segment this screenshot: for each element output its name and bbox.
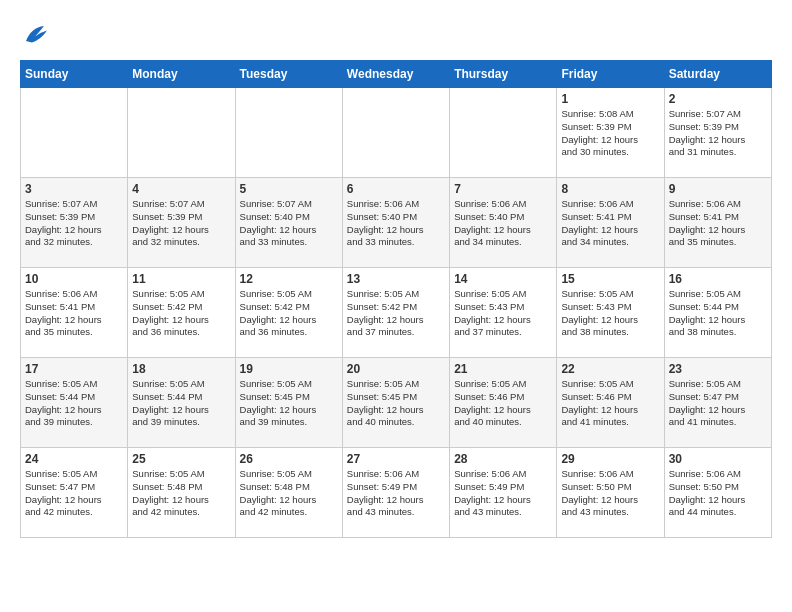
day-number: 18	[132, 362, 230, 376]
day-info: Sunrise: 5:06 AM Sunset: 5:41 PM Dayligh…	[25, 288, 123, 339]
calendar-cell	[128, 88, 235, 178]
day-number: 25	[132, 452, 230, 466]
day-info: Sunrise: 5:06 AM Sunset: 5:49 PM Dayligh…	[347, 468, 445, 519]
day-number: 2	[669, 92, 767, 106]
day-info: Sunrise: 5:06 AM Sunset: 5:50 PM Dayligh…	[669, 468, 767, 519]
day-info: Sunrise: 5:05 AM Sunset: 5:44 PM Dayligh…	[669, 288, 767, 339]
calendar-cell: 24Sunrise: 5:05 AM Sunset: 5:47 PM Dayli…	[21, 448, 128, 538]
calendar-cell: 4Sunrise: 5:07 AM Sunset: 5:39 PM Daylig…	[128, 178, 235, 268]
day-info: Sunrise: 5:05 AM Sunset: 5:47 PM Dayligh…	[25, 468, 123, 519]
day-info: Sunrise: 5:07 AM Sunset: 5:39 PM Dayligh…	[132, 198, 230, 249]
day-number: 10	[25, 272, 123, 286]
logo	[20, 20, 54, 50]
logo-icon	[20, 20, 50, 50]
calendar-cell	[450, 88, 557, 178]
day-info: Sunrise: 5:05 AM Sunset: 5:46 PM Dayligh…	[454, 378, 552, 429]
day-number: 23	[669, 362, 767, 376]
day-number: 14	[454, 272, 552, 286]
calendar-cell: 23Sunrise: 5:05 AM Sunset: 5:47 PM Dayli…	[664, 358, 771, 448]
calendar-cell: 12Sunrise: 5:05 AM Sunset: 5:42 PM Dayli…	[235, 268, 342, 358]
calendar-cell: 18Sunrise: 5:05 AM Sunset: 5:44 PM Dayli…	[128, 358, 235, 448]
day-number: 7	[454, 182, 552, 196]
day-number: 3	[25, 182, 123, 196]
day-info: Sunrise: 5:07 AM Sunset: 5:40 PM Dayligh…	[240, 198, 338, 249]
calendar-cell: 16Sunrise: 5:05 AM Sunset: 5:44 PM Dayli…	[664, 268, 771, 358]
day-info: Sunrise: 5:05 AM Sunset: 5:42 PM Dayligh…	[132, 288, 230, 339]
day-number: 15	[561, 272, 659, 286]
header-sunday: Sunday	[21, 61, 128, 88]
calendar-cell: 27Sunrise: 5:06 AM Sunset: 5:49 PM Dayli…	[342, 448, 449, 538]
day-info: Sunrise: 5:06 AM Sunset: 5:50 PM Dayligh…	[561, 468, 659, 519]
day-number: 12	[240, 272, 338, 286]
calendar-cell: 3Sunrise: 5:07 AM Sunset: 5:39 PM Daylig…	[21, 178, 128, 268]
day-number: 17	[25, 362, 123, 376]
day-number: 21	[454, 362, 552, 376]
calendar-cell	[235, 88, 342, 178]
calendar-week-4: 17Sunrise: 5:05 AM Sunset: 5:44 PM Dayli…	[21, 358, 772, 448]
calendar-cell: 8Sunrise: 5:06 AM Sunset: 5:41 PM Daylig…	[557, 178, 664, 268]
calendar-cell: 20Sunrise: 5:05 AM Sunset: 5:45 PM Dayli…	[342, 358, 449, 448]
calendar-cell: 17Sunrise: 5:05 AM Sunset: 5:44 PM Dayli…	[21, 358, 128, 448]
header-saturday: Saturday	[664, 61, 771, 88]
day-number: 28	[454, 452, 552, 466]
calendar-cell: 10Sunrise: 5:06 AM Sunset: 5:41 PM Dayli…	[21, 268, 128, 358]
calendar-cell: 7Sunrise: 5:06 AM Sunset: 5:40 PM Daylig…	[450, 178, 557, 268]
day-number: 13	[347, 272, 445, 286]
calendar-cell: 5Sunrise: 5:07 AM Sunset: 5:40 PM Daylig…	[235, 178, 342, 268]
calendar-cell: 26Sunrise: 5:05 AM Sunset: 5:48 PM Dayli…	[235, 448, 342, 538]
calendar-week-3: 10Sunrise: 5:06 AM Sunset: 5:41 PM Dayli…	[21, 268, 772, 358]
day-info: Sunrise: 5:05 AM Sunset: 5:48 PM Dayligh…	[240, 468, 338, 519]
day-info: Sunrise: 5:05 AM Sunset: 5:45 PM Dayligh…	[240, 378, 338, 429]
calendar-cell	[342, 88, 449, 178]
day-number: 9	[669, 182, 767, 196]
day-info: Sunrise: 5:05 AM Sunset: 5:44 PM Dayligh…	[25, 378, 123, 429]
day-info: Sunrise: 5:05 AM Sunset: 5:43 PM Dayligh…	[454, 288, 552, 339]
calendar-week-1: 1Sunrise: 5:08 AM Sunset: 5:39 PM Daylig…	[21, 88, 772, 178]
day-number: 20	[347, 362, 445, 376]
day-info: Sunrise: 5:05 AM Sunset: 5:47 PM Dayligh…	[669, 378, 767, 429]
header-thursday: Thursday	[450, 61, 557, 88]
day-number: 8	[561, 182, 659, 196]
day-number: 5	[240, 182, 338, 196]
day-number: 30	[669, 452, 767, 466]
day-info: Sunrise: 5:06 AM Sunset: 5:41 PM Dayligh…	[561, 198, 659, 249]
calendar-cell: 6Sunrise: 5:06 AM Sunset: 5:40 PM Daylig…	[342, 178, 449, 268]
calendar-week-2: 3Sunrise: 5:07 AM Sunset: 5:39 PM Daylig…	[21, 178, 772, 268]
day-number: 29	[561, 452, 659, 466]
day-info: Sunrise: 5:06 AM Sunset: 5:49 PM Dayligh…	[454, 468, 552, 519]
day-info: Sunrise: 5:05 AM Sunset: 5:48 PM Dayligh…	[132, 468, 230, 519]
day-info: Sunrise: 5:06 AM Sunset: 5:40 PM Dayligh…	[347, 198, 445, 249]
header-friday: Friday	[557, 61, 664, 88]
calendar-cell: 19Sunrise: 5:05 AM Sunset: 5:45 PM Dayli…	[235, 358, 342, 448]
day-number: 1	[561, 92, 659, 106]
day-info: Sunrise: 5:08 AM Sunset: 5:39 PM Dayligh…	[561, 108, 659, 159]
day-number: 19	[240, 362, 338, 376]
calendar-cell: 13Sunrise: 5:05 AM Sunset: 5:42 PM Dayli…	[342, 268, 449, 358]
calendar-table: SundayMondayTuesdayWednesdayThursdayFrid…	[20, 60, 772, 538]
day-number: 22	[561, 362, 659, 376]
header-tuesday: Tuesday	[235, 61, 342, 88]
day-number: 6	[347, 182, 445, 196]
calendar-cell	[21, 88, 128, 178]
page-header	[20, 20, 772, 50]
day-number: 24	[25, 452, 123, 466]
calendar-cell: 14Sunrise: 5:05 AM Sunset: 5:43 PM Dayli…	[450, 268, 557, 358]
calendar-cell: 25Sunrise: 5:05 AM Sunset: 5:48 PM Dayli…	[128, 448, 235, 538]
day-number: 16	[669, 272, 767, 286]
day-info: Sunrise: 5:07 AM Sunset: 5:39 PM Dayligh…	[25, 198, 123, 249]
day-info: Sunrise: 5:05 AM Sunset: 5:43 PM Dayligh…	[561, 288, 659, 339]
calendar-cell: 1Sunrise: 5:08 AM Sunset: 5:39 PM Daylig…	[557, 88, 664, 178]
day-info: Sunrise: 5:07 AM Sunset: 5:39 PM Dayligh…	[669, 108, 767, 159]
day-info: Sunrise: 5:05 AM Sunset: 5:45 PM Dayligh…	[347, 378, 445, 429]
day-info: Sunrise: 5:06 AM Sunset: 5:40 PM Dayligh…	[454, 198, 552, 249]
calendar-cell: 11Sunrise: 5:05 AM Sunset: 5:42 PM Dayli…	[128, 268, 235, 358]
calendar-cell: 29Sunrise: 5:06 AM Sunset: 5:50 PM Dayli…	[557, 448, 664, 538]
day-number: 26	[240, 452, 338, 466]
calendar-header: SundayMondayTuesdayWednesdayThursdayFrid…	[21, 61, 772, 88]
day-info: Sunrise: 5:05 AM Sunset: 5:46 PM Dayligh…	[561, 378, 659, 429]
calendar-cell: 21Sunrise: 5:05 AM Sunset: 5:46 PM Dayli…	[450, 358, 557, 448]
day-info: Sunrise: 5:05 AM Sunset: 5:44 PM Dayligh…	[132, 378, 230, 429]
calendar-week-5: 24Sunrise: 5:05 AM Sunset: 5:47 PM Dayli…	[21, 448, 772, 538]
calendar-cell: 2Sunrise: 5:07 AM Sunset: 5:39 PM Daylig…	[664, 88, 771, 178]
day-number: 11	[132, 272, 230, 286]
